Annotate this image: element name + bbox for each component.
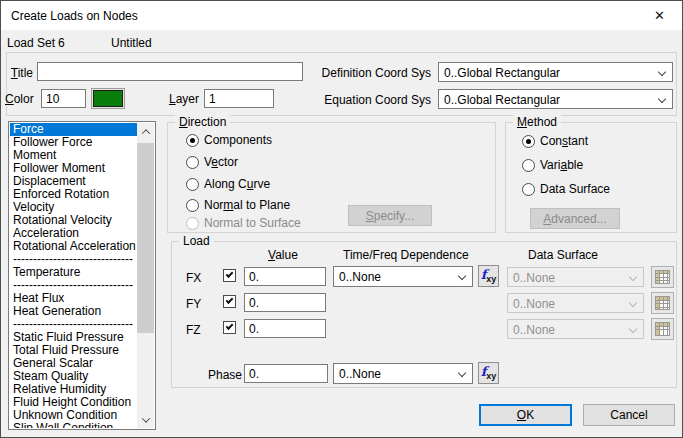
time-freq-column-header: Time/Freq Dependence bbox=[343, 248, 469, 262]
chevron-down-icon bbox=[658, 68, 666, 76]
fy-data-surface-dropdown: 0..None bbox=[507, 293, 644, 313]
fx-time-freq-dropdown[interactable]: 0..None bbox=[333, 266, 473, 287]
fz-row-label: FZ bbox=[186, 323, 201, 337]
scrollbar-down-button[interactable] bbox=[137, 411, 154, 428]
radio-normal-to-plane-label: Normal to Plane bbox=[204, 198, 290, 212]
fx-function-button[interactable]: fxy bbox=[478, 265, 499, 287]
chevron-down-icon bbox=[141, 414, 149, 422]
close-icon: ✕ bbox=[654, 8, 665, 23]
radio-data-surface[interactable]: Data Surface bbox=[522, 182, 610, 196]
scrollbar-up-button[interactable] bbox=[137, 123, 154, 140]
radio-normal-to-plane[interactable]: Normal to Plane bbox=[186, 198, 290, 212]
phase-label: Phase bbox=[208, 368, 242, 382]
chevron-down-icon bbox=[629, 325, 637, 333]
fx-checkbox[interactable] bbox=[223, 269, 236, 282]
fy-data-surface-grid-button[interactable] bbox=[651, 292, 674, 314]
fz-data-surface-dropdown: 0..None bbox=[507, 319, 644, 339]
chevron-down-icon bbox=[458, 369, 466, 377]
radio-button-icon bbox=[186, 217, 199, 230]
advanced-button: Advanced... bbox=[530, 208, 620, 229]
layer-field-label: Layer bbox=[161, 92, 199, 106]
checkmark-icon bbox=[226, 270, 234, 278]
fx-data-surface-value: 0..None bbox=[513, 271, 555, 285]
radio-components-label: Components bbox=[204, 133, 272, 147]
fx-value-input[interactable]: 0. bbox=[244, 267, 326, 286]
radio-normal-to-surface: Normal to Surface bbox=[186, 216, 301, 230]
phase-value-input[interactable]: 0. bbox=[244, 364, 328, 383]
fy-checkbox[interactable] bbox=[223, 295, 236, 308]
data-surface-column-header: Data Surface bbox=[528, 248, 598, 262]
color-input[interactable]: 10 bbox=[41, 89, 86, 108]
cancel-button[interactable]: Cancel bbox=[583, 404, 675, 426]
radio-variable-label: Variable bbox=[540, 158, 583, 172]
table-grid-icon bbox=[655, 296, 670, 310]
fx-data-surface-dropdown: 0..None bbox=[507, 267, 644, 287]
table-grid-icon bbox=[655, 322, 670, 336]
equation-coord-value: 0..Global Rectangular bbox=[444, 93, 560, 107]
phase-function-button[interactable]: fxy bbox=[478, 362, 499, 384]
fz-data-surface-grid-button[interactable] bbox=[651, 318, 674, 340]
fx-time-freq-value: 0..None bbox=[339, 270, 381, 284]
function-icon-sub: xy bbox=[486, 371, 496, 381]
chevron-down-icon bbox=[458, 272, 466, 280]
load-type-listbox[interactable]: ForceFollower ForceMomentFollower Moment… bbox=[8, 121, 156, 430]
radio-data-surface-label: Data Surface bbox=[540, 182, 610, 196]
radio-vector[interactable]: Vector bbox=[186, 155, 238, 169]
radio-button-icon bbox=[186, 178, 199, 191]
window-title: Create Loads on Nodes bbox=[11, 9, 138, 23]
checkmark-icon bbox=[226, 296, 234, 304]
radio-constant[interactable]: Constant bbox=[522, 134, 588, 148]
chevron-down-icon bbox=[629, 273, 637, 281]
definition-coord-value: 0..Global Rectangular bbox=[444, 66, 560, 80]
fz-value-input[interactable]: 0. bbox=[244, 319, 326, 338]
chevron-up-icon bbox=[141, 129, 149, 137]
value-column-header: Value bbox=[268, 248, 298, 262]
radio-button-icon bbox=[186, 199, 199, 212]
ok-button[interactable]: OK bbox=[479, 404, 572, 426]
radio-button-icon bbox=[522, 159, 535, 172]
scrollbar-thumb[interactable] bbox=[137, 143, 154, 333]
radio-along-curve-label: Along Curve bbox=[204, 177, 270, 191]
radio-normal-to-surface-label: Normal to Surface bbox=[204, 216, 301, 230]
equation-coord-label: Equation Coord Sys bbox=[321, 93, 431, 107]
radio-variable[interactable]: Variable bbox=[522, 158, 583, 172]
function-icon-sub: xy bbox=[486, 274, 496, 284]
fy-value-input[interactable]: 0. bbox=[244, 293, 326, 312]
color-field-label: Color bbox=[5, 92, 33, 106]
phase-time-freq-dropdown[interactable]: 0..None bbox=[333, 363, 473, 384]
fx-data-surface-grid-button[interactable] bbox=[651, 266, 674, 288]
load-type-list: ForceFollower ForceMomentFollower Moment… bbox=[10, 123, 137, 428]
listbox-scrollbar[interactable] bbox=[137, 123, 154, 428]
definition-coord-label: Definition Coord Sys bbox=[321, 66, 431, 80]
color-swatch-fill bbox=[93, 90, 123, 107]
radio-button-icon bbox=[522, 135, 535, 148]
radio-button-icon bbox=[522, 183, 535, 196]
title-field-label: Title bbox=[5, 66, 33, 80]
create-loads-dialog: Create Loads on Nodes ✕ Load Set 6 Untit… bbox=[0, 0, 683, 438]
title-bar: Create Loads on Nodes ✕ bbox=[1, 1, 682, 30]
chevron-down-icon bbox=[629, 299, 637, 307]
phase-time-freq-value: 0..None bbox=[339, 367, 381, 381]
load-group-label: Load bbox=[179, 234, 214, 248]
radio-constant-label: Constant bbox=[540, 134, 588, 148]
radio-vector-label: Vector bbox=[204, 155, 238, 169]
fy-data-surface-value: 0..None bbox=[513, 297, 555, 311]
load-set-number: 6 bbox=[58, 36, 65, 50]
layer-input[interactable]: 1 bbox=[204, 89, 274, 108]
load-type-item[interactable]: Slip Wall Condition bbox=[10, 422, 137, 428]
fz-data-surface-value: 0..None bbox=[513, 323, 555, 337]
color-swatch[interactable] bbox=[91, 88, 125, 109]
fz-checkbox[interactable] bbox=[223, 321, 236, 334]
checkmark-icon bbox=[226, 322, 234, 330]
definition-coord-dropdown[interactable]: 0..Global Rectangular bbox=[438, 62, 673, 82]
title-input[interactable] bbox=[37, 62, 303, 81]
radio-button-icon bbox=[186, 134, 199, 147]
equation-coord-dropdown[interactable]: 0..Global Rectangular bbox=[438, 89, 673, 109]
radio-components[interactable]: Components bbox=[186, 133, 272, 147]
radio-along-curve[interactable]: Along Curve bbox=[186, 177, 270, 191]
close-button[interactable]: ✕ bbox=[637, 1, 682, 29]
chevron-down-icon bbox=[658, 95, 666, 103]
fx-row-label: FX bbox=[186, 271, 201, 285]
radio-button-icon bbox=[186, 156, 199, 169]
direction-group-label: Direction bbox=[175, 115, 230, 129]
